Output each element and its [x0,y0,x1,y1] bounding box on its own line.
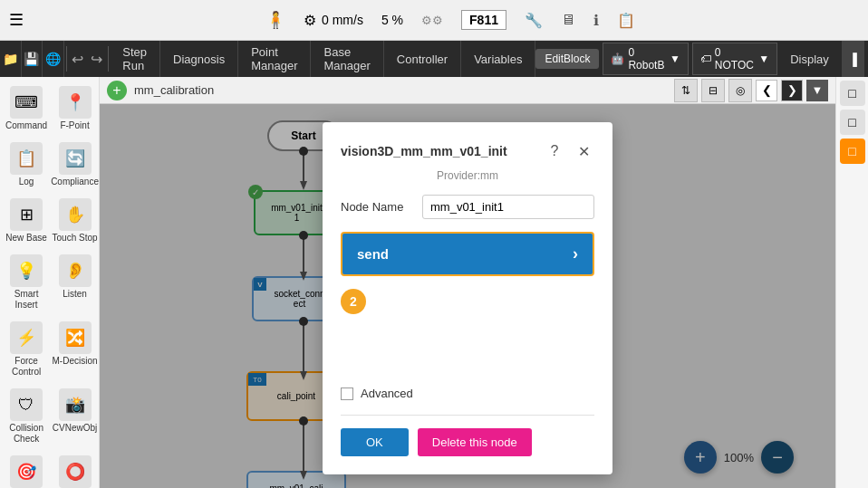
sidebar-item-cvpoint[interactable]: 🎯 CVPoint [4,450,49,488]
send-btn[interactable]: send › [341,232,594,276]
add-node-btn[interactable]: + [107,81,127,100]
menu-step-run[interactable]: Step Run [110,41,160,77]
modal-divider [341,415,594,416]
canvas-header: + mm_calibration ⇅ ⊟ ◎ ❮ ❯ ▼ [100,77,835,104]
toolbar-divider-1 [66,46,67,72]
modal-provider: Provider:mm [341,169,594,182]
help-icon-btn[interactable]: ? [544,140,565,162]
menu-diagnosis[interactable]: Diagnosis [160,41,238,77]
newbase-label: New Base [5,233,47,244]
delete-node-btn[interactable]: Delete this node [418,428,532,456]
sidebar-item-fpoint[interactable]: 📍 F-Point [49,81,100,137]
toolbar-menu: Step Run Diagnosis Point Manager Base Ma… [110,41,535,77]
editblock-btn[interactable]: EditBlock [535,49,599,69]
robot-chevron-icon: ▼ [670,53,680,65]
cvnewobj-label: CVNewObj [53,423,97,434]
smartinsert-icon: 💡 [10,254,43,287]
right-panel-btn-2[interactable]: □ [840,110,865,135]
modal-advanced-row: Advanced [341,387,594,400]
f811-badge[interactable]: F811 [461,10,506,30]
target-btn[interactable]: ◎ [728,79,752,102]
toolbar-row: 📁 💾 🌐 ↩ ↪ Step Run Diagnosis Point Manag… [0,41,868,77]
cvpoint-icon: 🎯 [10,455,43,488]
main-area: ⌨ Command 📍 F-Point 📋 Log 🔄 Compliance ⊞… [0,77,868,488]
canvas-dropdown-btn[interactable]: ▼ [806,80,828,101]
fpoint-icon: 📍 [59,86,92,119]
send-arrow-icon: › [573,244,578,263]
sidebar-item-collisioncheck[interactable]: 🛡 Collision Check [4,383,49,450]
step-badge: 2 [341,289,366,314]
redo-btn[interactable]: ↪ [87,41,106,77]
robot-icon: 🤖 [611,53,624,65]
ok-btn[interactable]: OK [341,428,409,456]
gear-icons: ⚙⚙ [421,14,443,27]
monitor-icon: 🖥 [561,12,575,28]
sidebar-item-smartinsert[interactable]: 💡 Smart Insert [4,249,49,316]
folder-icon-btn[interactable]: 📁 [0,41,22,77]
cvnewobj-icon: 📸 [59,388,92,421]
command-icon: ⌨ [10,86,43,119]
right-panel-btn-orange[interactable]: □ [840,139,865,164]
menu-base-manager[interactable]: Base Manager [311,41,383,77]
modal-dialog: vision3D_mm_mm_v01_init ? ✕ Provider:mm … [323,122,612,474]
breadcrumb: mm_calibration [134,83,214,97]
sidebar-item-listen[interactable]: 👂 Listen [49,249,100,316]
percent-value: 5 % [381,13,403,27]
notoc-dropdown[interactable]: 🏷 0 NOTOC ▼ [692,43,777,75]
modal-header-icons: ? ✕ [544,140,594,162]
advanced-label: Advanced [361,387,413,400]
listen-icon: 👂 [59,254,92,287]
panel-toggle-btn[interactable]: ▐ [842,41,864,77]
sidebar-item-cvcircle[interactable]: ⭕ CVCircle [49,450,100,488]
notoc-icon: 🏷 [700,53,711,65]
globe-icon-btn[interactable]: 🌐 [43,41,64,77]
robot-dropdown[interactable]: 🤖 0 RobotB ▼ [603,43,688,75]
sort-asc-btn[interactable]: ⇅ [674,79,698,102]
sidebar-item-newbase[interactable]: ⊞ New Base [4,193,49,249]
save-icon-btn[interactable]: 💾 [22,41,43,77]
menu-variables[interactable]: Variables [461,41,535,77]
notoc-chevron-icon: ▼ [758,53,769,65]
sidebar-item-forcecontrol[interactable]: ⚡ Force Control [4,316,49,383]
modal-title: vision3D_mm_mm_v01_init [341,144,507,158]
canvas-content: Start mm_v01_init 1 ✓ ✕ ⚙ V socket_conn … [100,104,835,488]
speed-robot-icon: ⚙ [304,12,316,29]
top-bar: ☰ 🧍 ⚙ 0 mm/s 5 % ⚙⚙ F811 🔧 🖥 ℹ 📋 [0,0,868,41]
canvas-toolbar-right: ⇅ ⊟ ◎ ❮ ❯ ▼ [674,79,828,102]
sidebar-item-cvnewobj[interactable]: 📸 CVNewObj [49,383,100,450]
compliance-icon: 🔄 [59,142,92,175]
node-name-label: Node Name [341,200,413,214]
sidebar-item-mdecision[interactable]: 🔀 M-Decision [49,316,100,383]
sidebar-item-log[interactable]: 📋 Log [4,137,49,193]
smartinsert-label: Smart Insert [5,289,47,311]
node-name-input[interactable] [422,195,594,219]
sidebar-item-command[interactable]: ⌨ Command [4,81,49,137]
display-btn[interactable]: Display [781,53,838,66]
cvcircle-icon: ⭕ [59,455,92,488]
toolbar-right: EditBlock 🤖 0 RobotB ▼ 🏷 0 NOTOC ▼ Displ… [535,41,868,77]
align-btn[interactable]: ⊟ [701,79,725,102]
nav-left-btn[interactable]: ❮ [756,80,777,101]
sidebar-item-touchstop[interactable]: ✋ Touch Stop [49,193,100,249]
right-panel-btn-1[interactable]: □ [840,81,865,106]
send-label: send [357,246,389,262]
top-bar-center: 🧍 ⚙ 0 mm/s 5 % ⚙⚙ F811 🔧 🖥 ℹ 📋 [42,10,859,30]
newbase-icon: ⊞ [10,198,43,231]
nav-right-btn[interactable]: ❯ [781,80,803,101]
collisioncheck-icon: 🛡 [10,388,43,421]
menu-controller[interactable]: Controller [384,41,461,77]
modal-footer: OK Delete this node [341,428,594,456]
modal-overlay: vision3D_mm_mm_v01_init ? ✕ Provider:mm … [100,104,835,488]
toolbar-divider-2 [108,46,109,72]
touchstop-icon: ✋ [59,198,92,231]
sidebar-item-compliance[interactable]: 🔄 Compliance [49,137,100,193]
log-label: Log [19,177,34,187]
close-icon-btn[interactable]: ✕ [573,140,594,162]
advanced-checkbox[interactable] [341,388,353,400]
menu-icon[interactable]: ☰ [9,10,24,30]
wrench-icon: 🔧 [525,12,543,29]
modal-header: vision3D_mm_mm_v01_init ? ✕ [341,140,594,162]
undo-btn[interactable]: ↩ [68,41,87,77]
listen-label: Listen [63,289,87,300]
menu-point-manager[interactable]: Point Manager [238,41,311,77]
